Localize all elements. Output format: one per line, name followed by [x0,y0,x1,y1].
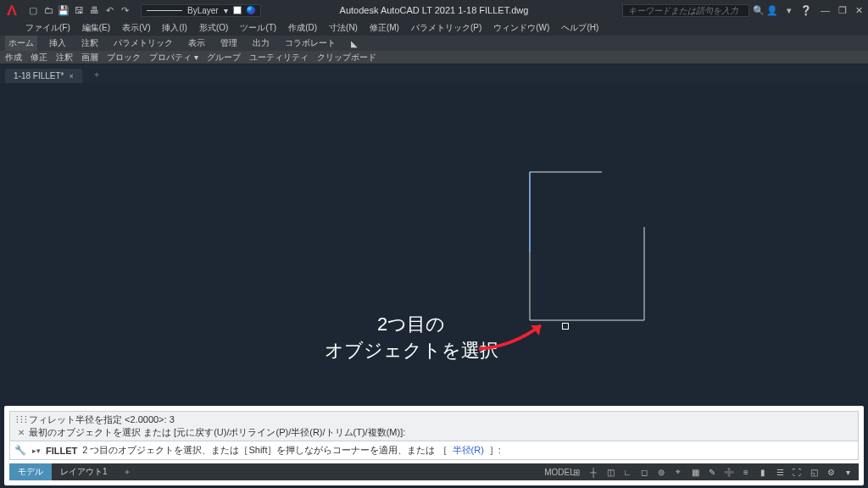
grip-icon[interactable]: ᎒᎒᎒ [14,415,29,424]
minimize-icon[interactable]: — [821,5,830,15]
menu-draw[interactable]: 作成(D) [288,22,317,34]
layer-selector[interactable]: ByLayer ▾ [141,4,261,17]
ribbon-tabs: ホーム 挿入 注釈 パラメトリック 表示 管理 出力 コラボレート ◣ [0,36,868,51]
color-swatch-icon[interactable] [233,6,242,14]
menu-help[interactable]: ヘルプ(H) [561,22,598,34]
panel-block[interactable]: ブロック [107,52,141,64]
panel-draw[interactable]: 作成 [5,52,22,64]
command-keyword[interactable]: 半径(R) [453,444,484,457]
menu-bar: ファイル(F) 編集(E) 表示(V) 挿入(I) 形式(O) ツール(T) 作… [0,20,868,36]
quick-access-toolbar: ▢ 🗀 💾 🖫 🖶 ↶ ↷ [27,4,131,16]
otrack-icon[interactable]: ⊚ [655,468,667,477]
command-prompt-tail: ］: [489,444,501,457]
prompt-caret-icon: ▸▾ [32,446,41,455]
close-history-icon[interactable]: ✕ [14,428,29,437]
annoscale-icon[interactable]: ➕ [723,468,735,477]
cycling-icon[interactable]: ✎ [706,468,718,477]
transparency-icon[interactable]: ▦ [689,468,701,477]
dropdown-icon: ▾ [224,6,228,15]
custom-icon[interactable]: ▾ [842,468,854,477]
saveas-icon[interactable]: 🖫 [73,4,85,16]
layer-name: ByLayer [187,6,219,15]
tab-manage[interactable]: 管理 [217,36,241,51]
menu-modify[interactable]: 修正(M) [370,22,399,34]
snap-icon[interactable]: ┼ [587,468,599,477]
document-tab-label: 1-18 FILLET* [14,71,64,80]
title-bar: ▢ 🗀 💾 🖫 🖶 ↶ ↷ ByLayer ▾ Autodesk AutoCAD… [0,0,868,20]
pickbox-cursor-icon [562,323,569,330]
linetype-icon [147,10,182,11]
panel-group[interactable]: グループ [207,52,241,64]
tab-model[interactable]: モデル [9,463,52,480]
layout-tabs: モデル レイアウト1 ＋ MODEL ⊞ ┼ ◫ ∟ ◻ ⊚ ⌖ ▦ ✎ ➕ ≡… [9,463,859,480]
ribbon-panels: 作成 修正 注釈 画層 ブロック プロパティ ▾ グループ ユーティリティ クリ… [0,51,868,64]
search-box[interactable] [622,4,749,17]
customize-icon[interactable]: 🔧 [14,445,27,456]
open-icon[interactable]: 🗀 [42,4,54,16]
tab-view[interactable]: 表示 [185,36,209,51]
command-prompt-text: 2 つ目のオブジェクトを選択、または［Shift］を押しながらコーナーを適用、ま… [82,444,447,457]
user-dropdown-icon[interactable]: ▾ [787,5,792,16]
search-icon[interactable]: 🔍 [753,5,765,16]
tab-output[interactable]: 出力 [249,36,273,51]
menu-icon[interactable]: ☰ [774,468,786,477]
plot-icon[interactable]: 🖶 [88,4,100,16]
isolate-icon[interactable]: ◱ [808,468,820,477]
help-icon[interactable]: ❔ [800,5,812,16]
lineweight-icon[interactable]: ⌖ [672,467,684,477]
settings-icon[interactable]: ⚙ [825,468,837,477]
app-logo-icon[interactable] [3,2,20,19]
document-tab[interactable]: 1-18 FILLET* × [5,69,82,83]
close-tab-icon[interactable]: × [69,72,73,80]
polar-icon[interactable]: ∟ [621,468,633,477]
command-window: ᎒᎒᎒ フィレット半径を指定 <2.0000>: 3 ✕ 最初のオブジェクトを選… [4,406,864,485]
history-line-2: 最初のオブジェクトを選択 または [元に戻す(U)/ポリライン(P)/半径(R)… [29,426,405,439]
undo-icon[interactable]: ↶ [103,4,115,16]
panel-clip[interactable]: クリップボード [317,52,376,64]
menu-tools[interactable]: ツール(T) [240,22,276,34]
panel-layers[interactable]: 画層 [81,52,98,64]
tab-home[interactable]: ホーム [5,36,37,51]
command-history: ᎒᎒᎒ フィレット半径を指定 <2.0000>: 3 ✕ 最初のオブジェクトを選… [9,411,859,441]
osnap-icon[interactable]: ◻ [638,468,650,477]
redo-icon[interactable]: ↷ [119,4,131,16]
menu-format[interactable]: 形式(O) [199,22,228,34]
menu-insert[interactable]: 挿入(I) [162,22,186,34]
ortho-icon[interactable]: ◫ [604,468,616,477]
close-icon[interactable]: ✕ [855,5,863,16]
new-tab-button[interactable]: ＋ [84,66,109,83]
share-icon[interactable] [247,6,255,14]
menu-file[interactable]: ファイル(F) [25,22,70,34]
tab-parametric[interactable]: パラメトリック [110,36,176,51]
tab-annotate[interactable]: 注釈 [78,36,102,51]
menu-edit[interactable]: 編集(E) [82,22,110,34]
menu-dim[interactable]: 寸法(N) [329,22,358,34]
tab-layout1[interactable]: レイアウト1 [52,463,116,480]
history-line-1: フィレット半径を指定 <2.0000>: 3 [29,413,175,426]
tab-insert[interactable]: 挿入 [46,36,70,51]
user-icon[interactable]: 👤 [766,5,778,16]
tab-expand-icon[interactable]: ◣ [348,37,361,50]
save-icon[interactable]: 💾 [58,4,70,16]
new-icon[interactable]: ▢ [27,4,39,16]
panel-annotate[interactable]: 注釈 [56,52,73,64]
grid-icon[interactable]: ⊞ [570,468,582,477]
document-tabs: 1-18 FILLET* × ＋ [0,64,868,83]
panel-props[interactable]: プロパティ ▾ [149,52,198,64]
window-title: Autodesk AutoCAD LT 2021 1-18 FILLET.dwg [340,5,529,15]
tab-collab[interactable]: コラボレート [281,36,339,51]
menu-view[interactable]: 表示(V) [122,22,150,34]
cleanscreen-icon[interactable]: ⛶ [791,468,803,477]
workspace-icon[interactable]: ≡ [740,468,752,477]
panel-util[interactable]: ユーティリティ [249,52,309,64]
menu-window[interactable]: ウィンドウ(W) [493,22,549,34]
status-model[interactable]: MODEL [554,468,565,477]
menu-param[interactable]: パラメトリック(P) [411,22,481,34]
add-layout-icon[interactable]: ＋ [116,463,138,480]
panel-modify[interactable]: 修正 [31,52,47,64]
command-input-line[interactable]: 🔧 ▸▾ FILLET 2 つ目のオブジェクトを選択、または［Shift］を押し… [9,441,859,460]
maximize-icon[interactable]: ❐ [838,5,847,16]
search-input[interactable] [628,6,743,15]
monitor-icon[interactable]: ▮ [757,468,769,477]
plus-icon: ＋ [92,69,101,80]
